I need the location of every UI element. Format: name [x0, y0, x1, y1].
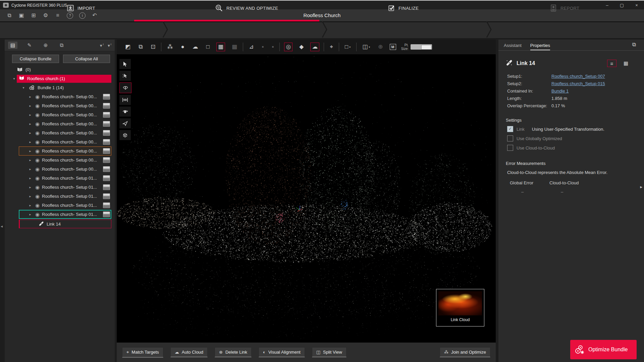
property-value[interactable]: Roofless church_Setup 015 — [551, 81, 605, 86]
fly-tool[interactable] — [119, 118, 131, 128]
setup-thumbnail-icon[interactable] — [103, 130, 110, 136]
save-icon[interactable]: ▣ — [17, 9, 26, 21]
property-value[interactable]: Roofless church_Setup 007 — [551, 74, 605, 79]
setup-thumbnail-icon[interactable] — [103, 112, 110, 118]
auto-cloud-button[interactable]: ☁Auto Cloud — [170, 347, 208, 357]
expand-arrow-icon[interactable]: ▸ — [28, 140, 33, 144]
expand-arrow-icon[interactable]: ▸ — [28, 194, 33, 198]
setup-thumbnail-icon[interactable] — [103, 175, 110, 181]
collapse-arrow-icon[interactable]: ▾ — [21, 86, 26, 89]
setup-thumbnail-icon[interactable] — [103, 166, 110, 172]
checkbox[interactable] — [507, 135, 513, 141]
sphere-target-icon[interactable]: ● — [179, 43, 185, 51]
tree-setup-item[interactable]: ▸◉Roofless church- Setup 00... — [19, 146, 111, 156]
setup-thumbnail-icon[interactable] — [103, 202, 110, 208]
setup-thumbnail-icon[interactable] — [103, 103, 110, 109]
tab-finalize[interactable]: FINALIZE — [387, 0, 419, 16]
tree-setup-item[interactable]: ▸◉Roofless church- Setup 00... — [19, 101, 111, 110]
constrained-pan-tool[interactable] — [119, 95, 131, 105]
left-edge-handle[interactable]: ◂ — [1, 224, 3, 229]
tree-setup-item[interactable]: ▸◉Roofless church- Setup 00... — [19, 165, 111, 174]
expand-arrow-icon[interactable]: ▸ — [28, 167, 33, 171]
export-icon[interactable]: ⊞ — [29, 9, 38, 21]
view-cube-icon[interactable]: ◫▾ — [361, 43, 371, 51]
grid-view-toggle[interactable]: ▦ — [621, 60, 631, 67]
setup-thumbnail-icon[interactable] — [103, 212, 110, 217]
open-project-icon[interactable]: ⧉ — [5, 9, 14, 21]
tab-report[interactable]: REPORT — [549, 0, 579, 16]
patch-icon[interactable]: ▩ — [230, 43, 238, 51]
setup-thumbnail-icon[interactable] — [103, 193, 110, 199]
images-tab-icon[interactable]: ⧉ — [57, 42, 66, 49]
visual-alignment-button[interactable]: ◐Visual Alignment — [259, 347, 305, 357]
collapse-all-button[interactable]: Collapse All — [63, 55, 110, 63]
multi-select-tool[interactable] — [119, 71, 131, 81]
fence-select-icon[interactable]: □▾ — [343, 43, 352, 51]
multi-target-icon[interactable]: ⁂ — [166, 43, 174, 51]
property-value[interactable]: Bundle 1 — [551, 88, 569, 94]
tree-bundle-item[interactable]: ▾ Bundle 1 (14) — [5, 83, 115, 92]
web-tab-icon[interactable]: ⊕ — [41, 42, 50, 49]
tree-setup-item[interactable]: ▸◉Roofless church- Setup 00... — [19, 128, 111, 137]
tree-setup-item[interactable]: ▸◉Roofless church- Setup 00... — [19, 119, 111, 128]
cube-m-icon[interactable]: M — [390, 44, 396, 50]
tree-setup-item[interactable]: ▸◉Roofless church- Setup 01... — [19, 174, 111, 183]
list-menu-icon[interactable]: ≡ — [53, 9, 62, 21]
measure-label-icon[interactable]: ▪ — [270, 43, 275, 51]
join-and-optimize-button[interactable]: ⁂Join and Optimize — [440, 347, 490, 357]
measure-icon[interactable]: ⊿ — [248, 43, 255, 51]
collapse-arrow-icon[interactable]: ▾ — [11, 77, 17, 80]
expand-arrow-icon[interactable]: ▸ — [28, 122, 33, 126]
filter-bundle-icon[interactable]: ▼! — [99, 43, 104, 48]
filter-all-icon[interactable]: ▼! — [107, 43, 111, 48]
tree-setup-item[interactable]: ▸◉Roofless church- Setup 01... — [19, 201, 111, 210]
expand-arrow-icon[interactable]: ▸ — [28, 185, 33, 189]
tab-properties[interactable]: Properties — [530, 43, 550, 50]
expand-arrow-icon[interactable]: ▸ — [28, 158, 33, 162]
region-box-icon[interactable]: ▦ — [216, 43, 225, 51]
pan-view-icon[interactable]: ◩ — [124, 43, 132, 51]
delete-link-button[interactable]: ⊗Delete Link — [215, 347, 252, 357]
undock-panel-icon[interactable]: ⧉ — [632, 42, 636, 48]
expand-arrow-icon[interactable]: ▸ — [28, 113, 33, 117]
cloud-stack-icon[interactable]: ☁ — [191, 43, 200, 51]
fit-view-icon[interactable]: ⧉ — [137, 43, 144, 51]
expand-arrow-icon[interactable]: ▸ — [28, 176, 33, 180]
tree-setup-item[interactable]: ▸◉Roofless church- Setup 01... — [19, 183, 111, 192]
project-selected-row[interactable]: Roofless church (1) — [17, 75, 111, 83]
pan-tool[interactable] — [119, 82, 131, 93]
close-button[interactable]: × — [629, 1, 644, 9]
optimize-bundle-button[interactable]: Optimize Bundle — [570, 340, 637, 359]
settings-gear-icon[interactable]: ⚙ — [41, 9, 50, 21]
collapse-bundle-button[interactable]: Collapse Bundle — [12, 55, 59, 63]
tree-root-item[interactable]: (0) — [5, 65, 115, 74]
checkbox[interactable]: ✓ — [507, 126, 513, 132]
maximize-button[interactable]: ▢ — [614, 1, 629, 9]
link-cloud-preview[interactable]: Link Cloud — [436, 289, 484, 326]
setup-thumbnail-icon[interactable] — [103, 121, 110, 127]
setup-thumbnail-icon[interactable] — [103, 157, 110, 163]
link-cloud-toggle-icon[interactable]: ☁ — [310, 43, 319, 51]
tab-import[interactable]: IMPORT — [66, 0, 95, 16]
zoom-window-icon[interactable]: ⊡ — [149, 43, 157, 51]
tree-project-item[interactable]: ▾ Roofless church (1) — [5, 74, 115, 83]
target-circle-icon[interactable]: ◎ — [284, 43, 292, 51]
tree-setup-item[interactable]: ▸◉Roofless church- Setup 01... — [19, 192, 111, 201]
location-pin-icon[interactable]: ⌖ — [328, 43, 334, 51]
tree-setup-item[interactable]: ▸◉Roofless church- Setup 01... — [19, 210, 111, 219]
match-targets-button[interactable]: ⌖Match Targets — [122, 347, 163, 358]
expand-arrow-icon[interactable]: ▸ — [28, 149, 33, 153]
tab-review-and-optimize[interactable]: REVIEW AND OPTIMIZE — [215, 0, 278, 16]
orbit-tool[interactable] — [119, 107, 131, 117]
expand-arrow-icon[interactable]: ▸ — [28, 104, 33, 108]
annotate-tab-icon[interactable]: ✎ — [25, 42, 34, 49]
expand-arrow-icon[interactable]: ▸ — [28, 95, 33, 99]
point-size-slider-handle[interactable] — [421, 45, 431, 50]
tree-setup-item[interactable]: ▸◉Roofless church- Setup 00... — [19, 137, 111, 146]
plane-icon[interactable]: □ — [205, 43, 211, 51]
view-cube-tool[interactable] — [119, 130, 131, 140]
sites-tab-icon[interactable]: ▤ — [8, 42, 17, 49]
globe-view-icon[interactable]: ⊕ — [377, 43, 384, 51]
expand-arrow-icon[interactable]: ▸ — [28, 131, 33, 135]
select-cursor-tool[interactable] — [119, 59, 131, 69]
